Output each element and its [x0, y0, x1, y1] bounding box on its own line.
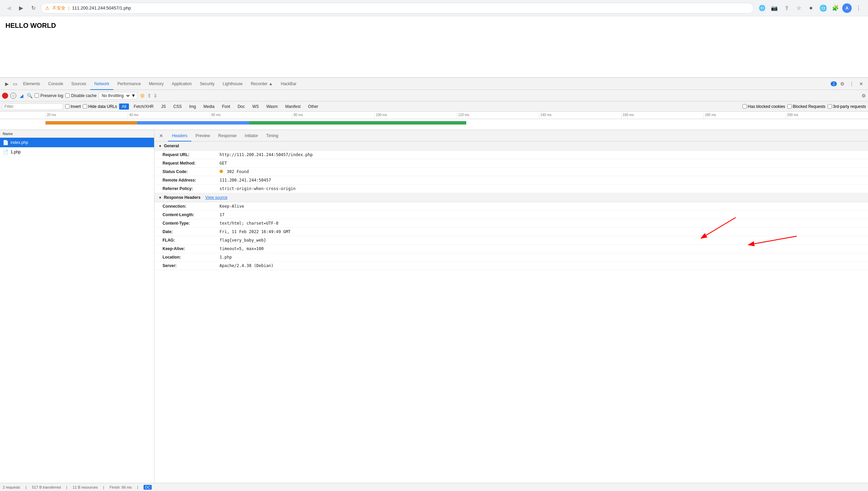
bookmark-button[interactable]: ☆ [793, 3, 804, 14]
resp-server-key: Server: [163, 263, 217, 268]
general-status-code-row: Status Code: 302 Found [154, 168, 868, 176]
detail-tab-response[interactable]: Response [214, 130, 241, 141]
filter-ws[interactable]: WS [250, 103, 262, 110]
general-status-code-value: 302 Found [220, 169, 249, 174]
tab-application[interactable]: Application [168, 78, 196, 90]
timeline-mark-1: 40 ms [128, 113, 210, 119]
third-party-requests-label[interactable]: 3rd-party requests [828, 104, 866, 109]
back-button[interactable]: ◀ [4, 3, 14, 13]
general-remote-address-key: Remote Address: [163, 178, 217, 183]
translate-button[interactable]: 🌐 [757, 3, 768, 14]
network-search-button[interactable]: 🔍 [26, 93, 33, 99]
filter-manifest[interactable]: Manifest [282, 103, 303, 110]
tab-memory[interactable]: Memory [145, 78, 168, 90]
filter-css[interactable]: CSS [171, 103, 185, 110]
general-remote-address-value: 111.200.241.244:50457 [220, 178, 271, 183]
profile-button[interactable]: A [842, 3, 852, 13]
general-request-url-row: Request URL: http://111.200.241.244:5045… [154, 151, 868, 159]
file-icon-1: 📄 [3, 149, 8, 155]
third-party-requests-checkbox[interactable] [828, 104, 832, 109]
extensions-button[interactable]: 🧩 [830, 3, 841, 14]
file-item-index-php[interactable]: 📄 index.php [0, 138, 154, 147]
tab-lighthouse[interactable]: Lighthouse [219, 78, 247, 90]
detail-tab-timing[interactable]: Timing [262, 130, 282, 141]
address-text: 111.200.241.244:50457/1.php [72, 5, 750, 11]
disable-cache-label[interactable]: Disable cache [65, 93, 96, 98]
general-request-method-row: Request Method: GET [154, 159, 868, 168]
tab-network[interactable]: Network [90, 78, 113, 90]
tab-sources[interactable]: Sources [67, 78, 90, 90]
timeline-mark-3: 80 ms [292, 113, 374, 119]
response-headers-section-header[interactable]: ▼ Response Headers View source [154, 193, 868, 202]
detail-tab-headers[interactable]: Headers [168, 130, 191, 141]
tab-performance[interactable]: Performance [113, 78, 145, 90]
screenshot-button[interactable]: 📷 [769, 3, 780, 14]
resp-content-type-row: Content-Type: text/html; charset=UTF-8 [154, 219, 868, 228]
filter-wasm[interactable]: Wasm [264, 103, 281, 110]
has-blocked-cookies-checkbox[interactable] [742, 104, 747, 109]
general-status-code-key: Status Code: [163, 169, 217, 174]
record-button[interactable] [2, 93, 8, 99]
filter-other[interactable]: Other [305, 103, 321, 110]
devtools-close-button[interactable]: ✕ [857, 80, 865, 88]
filter-right: Has blocked cookies Blocked Requests 3rd… [742, 104, 866, 109]
detail-close-button[interactable]: ✕ [157, 132, 165, 140]
devtools-device-button[interactable]: ▭ [11, 80, 19, 88]
resp-flag-row: FLAG: flag{very_baby_web} [154, 236, 868, 245]
upload-icon[interactable]: ⇧ [147, 93, 151, 98]
filter-all[interactable]: All [119, 103, 129, 110]
filter-media[interactable]: Media [201, 103, 217, 110]
filter-font[interactable]: Font [219, 103, 233, 110]
invert-label[interactable]: Invert [65, 104, 81, 109]
stop-button[interactable]: ○ [10, 93, 16, 99]
invert-checkbox[interactable] [65, 104, 70, 109]
blocked-requests-checkbox[interactable] [787, 104, 792, 109]
tab-hackbar[interactable]: HackBar [277, 78, 301, 90]
tab-recorder[interactable]: Recorder ▲ [247, 78, 277, 90]
blocked-requests-label[interactable]: Blocked Requests [787, 104, 826, 109]
resp-date-key: Date: [163, 229, 217, 234]
filter-doc[interactable]: Doc [235, 103, 247, 110]
devtools-inspect-button[interactable]: ▶ [3, 80, 11, 88]
disable-cache-checkbox[interactable] [65, 93, 70, 98]
has-blocked-cookies-label[interactable]: Has blocked cookies [742, 104, 785, 109]
view-source-button[interactable]: View source [205, 195, 227, 200]
reload-button[interactable]: ↻ [29, 3, 38, 13]
filter-fetch-xhr[interactable]: Fetch/XHR [131, 103, 156, 110]
hide-data-urls-label[interactable]: Hide data URLs [83, 104, 117, 109]
forward-button[interactable]: ▶ [16, 3, 26, 13]
dc-badge: DC [144, 485, 152, 490]
menu-button[interactable]: ⋮ [853, 3, 864, 14]
file-item-1-php[interactable]: 📄 1.php [0, 147, 154, 157]
hide-data-urls-checkbox[interactable] [83, 104, 87, 109]
translate-icon-button[interactable]: 🌐 [818, 3, 829, 14]
preserve-log-label[interactable]: Preserve log [35, 93, 63, 98]
resp-connection-key: Connection: [163, 204, 217, 209]
filter-img[interactable]: Img [186, 103, 199, 110]
share-button[interactable]: ⇧ [781, 3, 792, 14]
preserve-log-checkbox[interactable] [35, 93, 39, 98]
address-bar[interactable]: ⚠ 不安全 | 111.200.241.244:50457/1.php [41, 3, 754, 14]
tab-elements[interactable]: Elements [19, 78, 44, 90]
profile-icon-black[interactable]: ● [806, 3, 816, 14]
general-section-header[interactable]: ▼ General [154, 141, 868, 151]
tab-console[interactable]: Console [44, 78, 67, 90]
resp-date-value: Fri, 11 Feb 2022 16:49:49 GMT [220, 229, 291, 234]
throttle-select[interactable]: No throttling [100, 93, 131, 98]
filter-input[interactable] [2, 103, 63, 110]
resp-location-row: Location: 1.php [154, 253, 868, 262]
devtools-settings-button[interactable]: ⚙ [838, 80, 846, 88]
detail-tab-preview[interactable]: Preview [191, 130, 214, 141]
detail-panel: ✕ Headers Preview Response Initiator Tim… [154, 130, 868, 483]
filter-js[interactable]: JS [158, 103, 169, 110]
resp-content-length-row: Content-Length: 17 [154, 211, 868, 219]
general-request-method-value: GET [220, 161, 227, 166]
file-icon-index: 📄 [3, 140, 8, 145]
network-filter-button[interactable]: ◢ [18, 93, 24, 99]
network-toolbar-settings[interactable]: ⚙ [862, 93, 866, 98]
download-icon[interactable]: ⇩ [153, 93, 157, 98]
timeline-mark-2: 60 ms [210, 113, 292, 119]
devtools-more-button[interactable]: ⋮ [848, 80, 856, 88]
detail-tab-initiator[interactable]: Initiator [241, 130, 262, 141]
tab-security[interactable]: Security [196, 78, 219, 90]
